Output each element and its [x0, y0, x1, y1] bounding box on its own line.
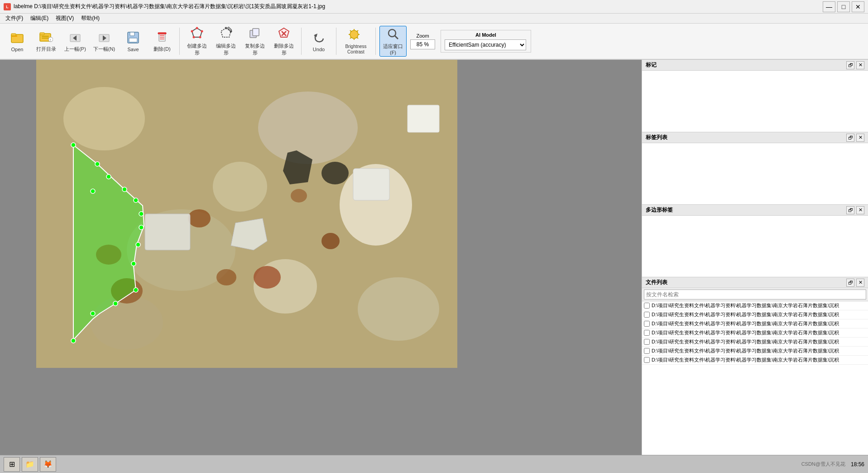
file-checkbox[interactable]: [644, 357, 650, 363]
menu-file[interactable]: 文件(F): [2, 14, 27, 23]
file-checkbox[interactable]: [644, 330, 650, 336]
svg-line-43: [350, 30, 351, 32]
undo-icon: [312, 31, 326, 45]
save-button[interactable]: Save: [120, 26, 147, 57]
svg-rect-14: [130, 32, 134, 36]
svg-point-79: [136, 242, 140, 247]
menu-edit[interactable]: 编辑(E): [27, 14, 52, 23]
taskbar-explorer-btn[interactable]: 📁: [22, 457, 38, 472]
svg-rect-69: [145, 214, 190, 250]
svg-text:↑: ↑: [49, 38, 52, 42]
next-button[interactable]: 下一幅(N): [91, 26, 118, 57]
create-polygon-button[interactable]: 创建多边形: [183, 26, 211, 57]
files-search-bar: [642, 288, 868, 301]
file-item-label: D:\项目\研究生资料文件\机器学习资料\机器学习数据集\南京大学岩石薄片数据集…: [652, 357, 839, 363]
svg-point-51: [258, 92, 358, 164]
labels-close-btn[interactable]: ✕: [856, 134, 864, 142]
file-item[interactable]: D:\项目\研究生资料文件\机器学习资料\机器学习数据集\南京大学岩石薄片数据集…: [642, 301, 868, 310]
file-checkbox[interactable]: [644, 339, 650, 345]
svg-point-83: [91, 311, 95, 316]
ai-model-area: AI Model EfficientSam (accuracy) Efficie…: [441, 30, 531, 53]
files-search-input[interactable]: [644, 290, 866, 299]
file-item[interactable]: D:\项目\研究生资料文件\机器学习资料\机器学习数据集\南京大学岩石薄片数据集…: [642, 328, 868, 338]
svg-point-47: [388, 29, 396, 37]
separator-2: [301, 28, 302, 55]
svg-rect-5: [42, 38, 49, 39]
fitwindow-button[interactable]: 适应窗口(F): [379, 26, 407, 57]
ai-model-select[interactable]: EfficientSam (accuracy) EfficientSam (sp…: [445, 39, 526, 50]
labels-section: 标签列表 🗗 ✕: [642, 132, 868, 205]
files-undock-btn[interactable]: 🗗: [846, 279, 854, 287]
copy-polygon-button[interactable]: 复制多边形: [241, 26, 269, 57]
opendir-button[interactable]: ↑ 打开目录: [33, 26, 60, 57]
svg-point-64: [291, 189, 307, 203]
brightness-button[interactable]: BrightnessContrast: [340, 26, 372, 57]
svg-line-46: [350, 37, 351, 39]
files-close-btn[interactable]: ✕: [856, 279, 864, 287]
toolbar: Open ↑ 打开目录 上一幅(P) 下一幅(N) Save 删除(D): [0, 24, 868, 60]
labels-undock-btn[interactable]: 🗗: [846, 134, 854, 142]
microscope-canvas: 200 μm: [36, 60, 457, 368]
svg-marker-21: [192, 28, 202, 37]
open-label: Open: [11, 47, 24, 52]
svg-point-53: [213, 162, 267, 212]
taskbar-watermark: CSDN@雪人不见花: [801, 461, 845, 468]
brightness-icon: [348, 28, 364, 43]
close-button[interactable]: ✕: [852, 1, 864, 12]
file-item[interactable]: D:\项目\研究生资料文件\机器学习资料\机器学习数据集\南京大学岩石薄片数据集…: [642, 338, 868, 347]
file-checkbox[interactable]: [644, 348, 650, 354]
file-item[interactable]: D:\项目\研究生资料文件\机器学习资料\机器学习数据集\南京大学岩石薄片数据集…: [642, 319, 868, 328]
file-checkbox[interactable]: [644, 303, 650, 309]
menu-help[interactable]: 帮助(H): [77, 14, 103, 23]
svg-point-84: [91, 189, 95, 193]
zoom-input[interactable]: [410, 39, 435, 49]
taskbar-start-btn[interactable]: ⊞: [4, 457, 20, 472]
prev-button[interactable]: 上一幅(P): [62, 26, 89, 57]
file-item-label: D:\项目\研究生资料文件\机器学习资料\机器学习数据集\南京大学岩石薄片数据集…: [652, 302, 839, 309]
remove-polygon-label: 删除多边形: [273, 43, 295, 56]
delete-button[interactable]: 删除(D): [149, 26, 176, 57]
svg-rect-15: [129, 38, 137, 42]
file-checkbox[interactable]: [644, 321, 650, 327]
svg-point-26: [191, 30, 193, 32]
taskbar-browser-btn[interactable]: 🦊: [40, 457, 56, 472]
minimize-button[interactable]: —: [823, 1, 835, 12]
undo-button[interactable]: Undo: [305, 26, 332, 57]
maximize-button[interactable]: □: [837, 1, 850, 12]
brightness-label: BrightnessContrast: [345, 44, 366, 55]
svg-point-72: [71, 143, 76, 147]
title-controls: — □ ✕: [823, 1, 864, 12]
svg-rect-2: [11, 34, 16, 36]
taskbar: ⊞ 📁 🦊 CSDN@雪人不见花 18:56: [0, 455, 868, 473]
title-left: L labelme D:\项目\研究生资料文件\机器学习资料\机器学习数据集\南…: [4, 3, 325, 10]
opendir-label: 打开目录: [36, 46, 56, 53]
polygon-labels-controls: 🗗 ✕: [846, 206, 864, 214]
remove-polygon-button[interactable]: 删除多边形: [270, 26, 297, 57]
marks-undock-btn[interactable]: 🗗: [846, 61, 854, 69]
svg-rect-31: [227, 27, 232, 31]
marks-content: [642, 71, 868, 132]
file-item[interactable]: D:\项目\研究生资料文件\机器学习资料\机器学习数据集\南京大学岩石薄片数据集…: [642, 310, 868, 319]
canvas-area[interactable]: 200 μm: [0, 60, 642, 473]
files-header: 文件列表 🗗 ✕: [642, 277, 868, 288]
svg-point-75: [122, 187, 127, 192]
fitwindow-icon: [386, 27, 400, 42]
file-item[interactable]: D:\项目\研究生资料文件\机器学习资料\机器学习数据集\南京大学岩石薄片数据集…: [642, 356, 868, 365]
edit-polygon-button[interactable]: 编辑多边形: [212, 26, 240, 57]
svg-point-25: [193, 36, 195, 38]
save-icon: [126, 31, 140, 45]
marks-close-btn[interactable]: ✕: [856, 61, 864, 69]
file-checkbox[interactable]: [644, 312, 650, 318]
menu-view[interactable]: 视图(V): [52, 14, 77, 23]
next-icon: [97, 30, 111, 44]
marks-controls: 🗗 ✕: [846, 61, 864, 69]
marks-title: 标记: [646, 61, 657, 69]
right-panel: 标记 🗗 ✕ 标签列表 🗗 ✕ 多边形标签: [642, 60, 868, 473]
file-item[interactable]: D:\项目\研究生资料文件\机器学习资料\机器学习数据集\南京大学岩石薄片数据集…: [642, 347, 868, 356]
poly-undock-btn[interactable]: 🗗: [846, 206, 854, 214]
svg-point-58: [188, 209, 211, 227]
open-button[interactable]: Open: [4, 26, 31, 57]
poly-close-btn[interactable]: ✕: [856, 206, 864, 214]
taskbar-left: ⊞ 📁 🦊: [4, 457, 56, 472]
copy-polygon-icon: [248, 27, 262, 41]
